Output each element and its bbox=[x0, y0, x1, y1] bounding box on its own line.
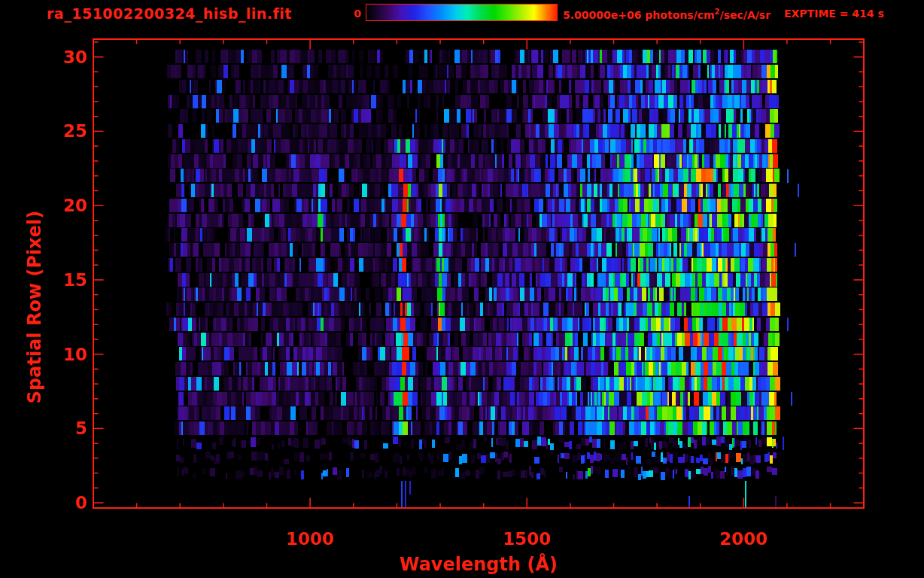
colorbar-max-label: 5.00000e+06 photons/cm2/sec/A/sr bbox=[563, 8, 771, 21]
exptime-label: EXPTIME = 414 s bbox=[784, 8, 884, 20]
y-tick-label: 25 bbox=[47, 121, 87, 141]
colorbar-units-superscript: 2 bbox=[715, 8, 720, 16]
x-tick-label: 1500 bbox=[482, 529, 572, 549]
y-tick-label: 0 bbox=[47, 493, 87, 513]
spectrogram-heatmap-canvas bbox=[93, 39, 864, 508]
y-axis-title: Spatial Row (Pixel) bbox=[24, 211, 45, 403]
x-tick-label: 1000 bbox=[265, 529, 355, 549]
colorbar-units-suffix: /sec/A/sr bbox=[720, 9, 771, 21]
spectrogram-viewer-window: ra_151002200324_hisb_lin.fit 0 5.00000e+… bbox=[0, 0, 924, 578]
colorbar-min-label: 0 bbox=[331, 8, 361, 20]
y-tick-label: 30 bbox=[47, 47, 87, 67]
x-axis-title: Wavelength (Å) bbox=[93, 554, 864, 575]
colorbar-max-value: 5.00000e+06 photons/cm bbox=[563, 9, 715, 21]
y-tick-label: 15 bbox=[47, 270, 87, 290]
x-tick-label: 2000 bbox=[698, 529, 789, 549]
y-tick-label: 10 bbox=[47, 345, 87, 364]
y-tick-label: 20 bbox=[47, 196, 87, 215]
filename-title: ra_151002200324_hisb_lin.fit bbox=[47, 5, 292, 22]
y-tick-label: 5 bbox=[47, 418, 87, 438]
colorbar-gradient bbox=[366, 4, 558, 21]
